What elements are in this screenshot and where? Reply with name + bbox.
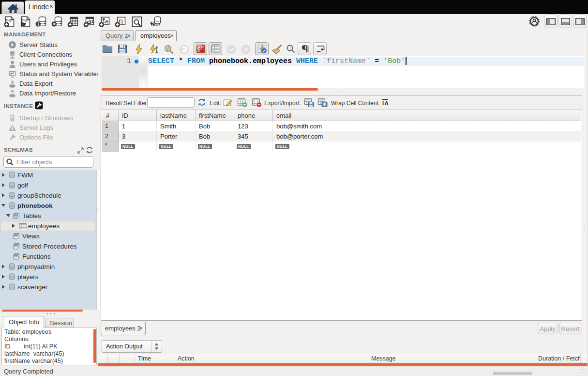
svg-text:I: I	[382, 100, 384, 106]
svg-text:SQL: SQL	[6, 18, 14, 22]
svg-text:(): ()	[121, 19, 123, 24]
svg-text:A: A	[385, 100, 389, 106]
svg-text:SQL: SQL	[22, 18, 30, 22]
